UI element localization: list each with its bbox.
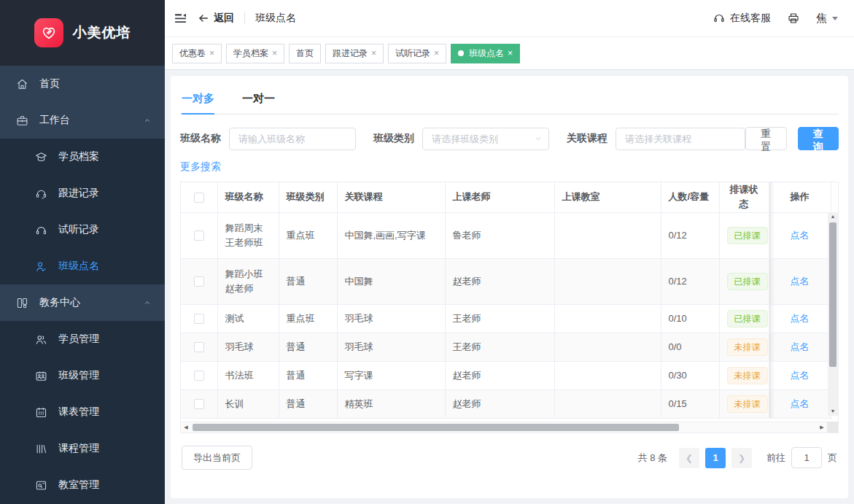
navbar-right: 在线客服 焦 xyxy=(713,12,838,26)
sidebar-item-label: 班级点名 xyxy=(58,260,99,273)
next-page-button[interactable]: ❯ xyxy=(731,448,752,468)
prev-page-button[interactable]: ❮ xyxy=(679,448,699,468)
row-checkbox[interactable] xyxy=(194,371,204,381)
headset-mic-icon xyxy=(35,187,47,200)
sidebar-item-academic-center[interactable]: 教务中心 xyxy=(0,284,165,321)
sidebar-menu: 首页 工作台 学员档案 跟进记录 试听记录 班级点名 xyxy=(0,66,165,504)
row-checkbox[interactable] xyxy=(194,276,204,287)
sidebar-item-class-manage[interactable]: 班级管理 xyxy=(0,357,165,394)
search-button[interactable]: 查询 xyxy=(798,127,839,150)
close-icon[interactable]: × xyxy=(508,49,513,58)
row-checkbox[interactable] xyxy=(194,230,204,241)
scroll-left-icon[interactable]: ◀ xyxy=(181,422,191,433)
course-input[interactable] xyxy=(616,128,745,150)
sidebar-item-timetable-manage[interactable]: 课表管理 xyxy=(0,394,165,430)
export-current-page-button[interactable]: 导出当前页 xyxy=(182,446,252,470)
sidebar-item-label: 学员管理 xyxy=(58,333,99,346)
roll-call-link[interactable]: 点名 xyxy=(791,370,810,381)
more-search-link[interactable]: 更多搜索 xyxy=(180,160,221,174)
close-icon[interactable]: × xyxy=(272,49,277,58)
sidebar-item-home[interactable]: 首页 xyxy=(0,66,165,102)
table-row: 舞蹈小班赵老师 普通 中国舞 赵老师 0/12 已排课 点名 xyxy=(181,258,831,304)
status-badge: 已排课 xyxy=(727,273,768,290)
sidebar-item-label: 班级管理 xyxy=(58,369,99,382)
printer-icon[interactable] xyxy=(787,12,800,25)
arrow-left-icon xyxy=(198,12,209,24)
online-service-button[interactable]: 在线客服 xyxy=(713,12,771,25)
close-icon[interactable]: × xyxy=(371,49,376,58)
tag-coupon[interactable]: 优惠卷× xyxy=(172,44,222,63)
sidebar-item-audition-records[interactable]: 试听记录 xyxy=(0,212,165,248)
tag-roll-call-active[interactable]: 班级点名× xyxy=(451,44,520,63)
sidebar-item-student-manage[interactable]: 学员管理 xyxy=(0,321,165,357)
class-type-select[interactable] xyxy=(422,128,549,150)
roll-call-link[interactable]: 点名 xyxy=(791,313,810,324)
tag-home[interactable]: 首页 xyxy=(289,44,321,63)
sidebar-item-workbench[interactable]: 工作台 xyxy=(0,102,165,139)
roll-call-link[interactable]: 点名 xyxy=(791,276,810,287)
navbar-left: 返回 班级点名 xyxy=(174,12,296,26)
sidebar-item-label: 教务中心 xyxy=(39,296,80,309)
class-name-input[interactable] xyxy=(229,128,356,150)
class-type-select-input[interactable] xyxy=(422,128,549,150)
filter-bar: 班级名称 班级类别 关联课程 重置 查询 xyxy=(180,127,839,150)
vertical-scrollbar[interactable]: ▲ ▼ xyxy=(828,212,838,416)
sidebar-item-label: 工作台 xyxy=(39,114,70,127)
user-menu[interactable]: 焦 xyxy=(816,12,838,26)
row-checkbox[interactable] xyxy=(194,342,204,352)
tags-view-bar: 优惠卷× 学员档案× 首页 跟进记录× 试听记录× 班级点名× xyxy=(165,36,854,70)
graduation-cap-icon xyxy=(35,151,47,163)
class-table: 班级名称 班级类别 关联课程 上课老师 上课教室 人数/容量 排课状态 操作 xyxy=(180,182,839,433)
sidebar-item-follow-records[interactable]: 跟进记录 xyxy=(0,175,165,212)
class-type-label: 班级类别 xyxy=(373,132,414,145)
brand-logo[interactable]: 小美优培 xyxy=(0,0,165,66)
goto-page-input[interactable] xyxy=(791,447,822,468)
menu-fold-icon[interactable] xyxy=(174,12,187,26)
sidebar-item-roll-call[interactable]: 班级点名 xyxy=(0,248,165,284)
sidebar-item-label: 学员档案 xyxy=(58,150,99,163)
sidebar-item-label: 首页 xyxy=(39,77,60,90)
divider xyxy=(244,12,245,24)
sidebar-item-classroom-manage[interactable]: 教室管理 xyxy=(0,467,165,503)
tag-follow-records[interactable]: 跟进记录× xyxy=(325,44,384,63)
horizontal-scrollbar[interactable]: ◀ ▶ xyxy=(181,422,838,433)
user-name: 焦 xyxy=(816,12,827,26)
page-number-button[interactable]: 1 xyxy=(705,448,726,468)
sidebar-item-course-manage[interactable]: 课程管理 xyxy=(0,430,165,467)
scroll-down-icon[interactable]: ▼ xyxy=(831,407,836,416)
close-icon[interactable]: × xyxy=(434,49,439,58)
sidebar-item-student-archive[interactable]: 学员档案 xyxy=(0,139,165,175)
sidebar-item-label: 课表管理 xyxy=(58,406,99,419)
close-icon[interactable]: × xyxy=(209,49,214,58)
tag-audition-records[interactable]: 试听记录× xyxy=(388,44,446,63)
status-badge: 未排课 xyxy=(727,395,768,413)
reset-button[interactable]: 重置 xyxy=(745,127,787,150)
back-button[interactable]: 返回 xyxy=(198,12,234,25)
view-tabs: 一对多 一对一 xyxy=(180,92,839,115)
tab-one-to-many[interactable]: 一对多 xyxy=(182,92,214,115)
chevron-up-icon xyxy=(143,298,152,307)
roll-call-link[interactable]: 点名 xyxy=(791,398,810,409)
select-all-checkbox[interactable] xyxy=(194,193,204,203)
horizontal-scroll-thumb[interactable] xyxy=(193,424,679,431)
scroll-up-icon[interactable]: ▲ xyxy=(831,212,836,221)
total-count: 共 8 条 xyxy=(638,451,667,465)
scroll-right-icon[interactable]: ▶ xyxy=(817,422,827,433)
page-title: 班级点名 xyxy=(255,12,296,25)
sidebar-item-label: 跟进记录 xyxy=(58,187,99,200)
roll-call-link[interactable]: 点名 xyxy=(791,341,810,352)
row-checkbox[interactable] xyxy=(194,399,204,409)
content-card: 一对多 一对一 班级名称 班级类别 关联课程 重置 查询 更多搜索 xyxy=(171,76,848,498)
tab-one-to-one[interactable]: 一对一 xyxy=(242,92,275,115)
row-checkbox[interactable] xyxy=(194,314,204,324)
main-column: 返回 班级点名 在线客服 焦 优惠卷× xyxy=(165,0,854,504)
col-header-class-name: 班级名称 xyxy=(217,182,279,212)
status-badge: 已排课 xyxy=(727,227,768,244)
roll-call-link[interactable]: 点名 xyxy=(791,230,810,241)
sidebar-item-label: 试听记录 xyxy=(58,223,99,236)
panels-gear-icon xyxy=(16,297,28,309)
books-icon xyxy=(35,443,47,455)
sidebar-item-label: 课程管理 xyxy=(58,442,99,455)
vertical-scroll-thumb[interactable] xyxy=(829,222,836,367)
tag-student-archive[interactable]: 学员档案× xyxy=(226,44,284,63)
